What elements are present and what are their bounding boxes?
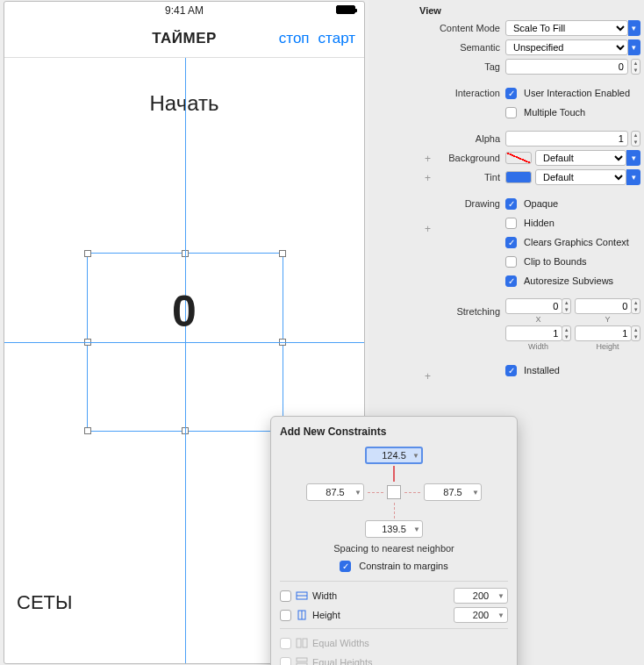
height-label: Height (312, 610, 340, 620)
tag-field[interactable] (505, 59, 628, 75)
chevron-down-icon[interactable]: ▼ (412, 452, 419, 460)
counter-label[interactable]: 0 (4, 286, 364, 337)
sets-label[interactable]: СЕТЫ (17, 591, 72, 614)
popover-title: Add New Constraints (280, 425, 508, 438)
chevron-down-icon[interactable]: ▼ (497, 592, 504, 600)
pin-bottom-field[interactable]: 139.5▼ (365, 520, 423, 538)
stretch-h-field[interactable] (575, 325, 632, 341)
status-time: 9:41 AM (165, 4, 204, 17)
strut-left[interactable] (368, 492, 383, 493)
background-swatch[interactable] (505, 152, 532, 164)
clip-label: Clip to Bounds (524, 256, 587, 267)
dropdown-icon[interactable]: ▾ (628, 39, 640, 55)
chevron-down-icon[interactable]: ▼ (472, 489, 479, 497)
equal-widths-label: Equal Widths (312, 638, 369, 648)
width-label: Width (312, 590, 337, 601)
stepper[interactable]: ▲▼ (631, 325, 640, 341)
guide-line (185, 58, 186, 663)
plus-icon[interactable]: + (425, 172, 431, 184)
nav-start-button[interactable]: старт (318, 30, 355, 47)
pin-top-field[interactable]: 124.5▼ (365, 447, 423, 464)
width-field[interactable]: 200▼ (454, 588, 508, 604)
equal-heights-label: Equal Heights (312, 657, 373, 665)
content-mode-select[interactable]: Scale To Fill (505, 20, 628, 36)
svg-rect-4 (297, 639, 301, 647)
dropdown-icon[interactable]: ▾ (628, 20, 640, 36)
label-semantic: Semantic (412, 42, 505, 53)
tint-select[interactable]: Default (535, 169, 626, 185)
svg-rect-6 (297, 658, 307, 661)
equal-widths-icon (296, 638, 308, 648)
clears-label: Clears Graphics Context (524, 237, 629, 247)
stepper[interactable]: ▲▼ (631, 298, 640, 314)
alpha-stepper[interactable]: ▲▼ (631, 131, 640, 147)
hidden-checkbox[interactable] (505, 218, 517, 229)
attributes-inspector: View Content Mode Scale To Fill ▾ Semant… (412, 0, 644, 398)
autoresize-checkbox[interactable]: ✓ (505, 275, 517, 287)
equal-widths-checkbox (280, 638, 291, 649)
pin-center-box (387, 485, 401, 499)
equal-heights-checkbox (280, 657, 291, 666)
clears-checkbox[interactable]: ✓ (505, 237, 517, 248)
height-icon (296, 610, 308, 620)
installed-checkbox[interactable]: ✓ (505, 365, 517, 376)
height-field[interactable]: 200▼ (454, 607, 508, 623)
constrain-margins-checkbox[interactable]: ✓ (340, 561, 351, 572)
battery-icon (336, 5, 355, 14)
pin-left-field[interactable]: 87.5▼ (306, 483, 364, 501)
width-checkbox[interactable] (280, 590, 291, 602)
stretch-w-field[interactable] (505, 325, 562, 341)
chevron-down-icon[interactable]: ▼ (497, 611, 504, 619)
tag-stepper[interactable]: ▲▼ (631, 59, 640, 75)
user-interaction-checkbox[interactable]: ✓ (505, 88, 517, 99)
semantic-select[interactable]: Unspecified (505, 39, 628, 55)
plus-icon[interactable]: + (425, 153, 431, 165)
nav-stop-button[interactable]: стоп (279, 30, 310, 47)
stretch-x-label: X (535, 315, 540, 324)
label-interaction: Interaction (412, 88, 505, 98)
stretch-y-field[interactable] (575, 298, 632, 314)
plus-icon[interactable]: + (425, 223, 431, 235)
dropdown-icon[interactable]: ▾ (626, 169, 640, 185)
stretch-w-label: Width (528, 342, 548, 351)
spacing-note: Spacing to nearest neighbor (280, 543, 508, 554)
opaque-label: Opaque (524, 198, 558, 209)
autoresize-label: Autoresize Subviews (524, 275, 613, 286)
guide-line (4, 342, 364, 343)
strut-right[interactable] (404, 492, 420, 493)
add-constraints-popover: Add New Constraints 124.5▼ 87.5▼ 87.5▼ 1… (270, 416, 518, 665)
user-interaction-label: User Interaction Enabled (524, 88, 630, 98)
dropdown-icon[interactable]: ▾ (626, 150, 640, 166)
stretch-y-label: Y (605, 315, 610, 324)
resize-handle[interactable] (279, 250, 286, 257)
opaque-checkbox[interactable]: ✓ (505, 198, 517, 210)
pin-right-field[interactable]: 87.5▼ (424, 483, 482, 501)
resize-handle[interactable] (84, 250, 91, 257)
resize-handle[interactable] (84, 427, 91, 434)
status-bar: 9:41 AM (4, 2, 364, 19)
height-checkbox[interactable] (280, 610, 291, 621)
stretch-x-field[interactable] (505, 298, 562, 314)
chevron-down-icon[interactable]: ▼ (413, 526, 420, 533)
label-drawing: Drawing (412, 198, 505, 209)
chevron-down-icon[interactable]: ▼ (354, 489, 361, 497)
multiple-touch-label: Multiple Touch (524, 107, 585, 118)
constrain-margins-label: Constrain to margins (359, 561, 448, 571)
label-content-mode: Content Mode (412, 23, 505, 33)
stepper[interactable]: ▲▼ (562, 325, 571, 341)
background-select[interactable]: Default (535, 150, 626, 166)
begin-label[interactable]: Начать (4, 91, 364, 116)
strut-bottom[interactable] (394, 503, 395, 518)
stretch-h-label: Height (596, 342, 619, 351)
alpha-field[interactable] (505, 131, 628, 147)
equal-heights-icon (296, 657, 308, 665)
hidden-label: Hidden (524, 218, 555, 228)
multiple-touch-checkbox[interactable] (505, 107, 517, 118)
clip-checkbox[interactable] (505, 256, 517, 268)
tint-swatch[interactable] (505, 171, 532, 183)
stepper[interactable]: ▲▼ (562, 298, 571, 314)
label-tint: + Tint (412, 172, 505, 182)
plus-icon[interactable]: + (425, 370, 431, 383)
strut-top[interactable] (393, 466, 395, 482)
label-stretching: Stretching (412, 306, 505, 317)
